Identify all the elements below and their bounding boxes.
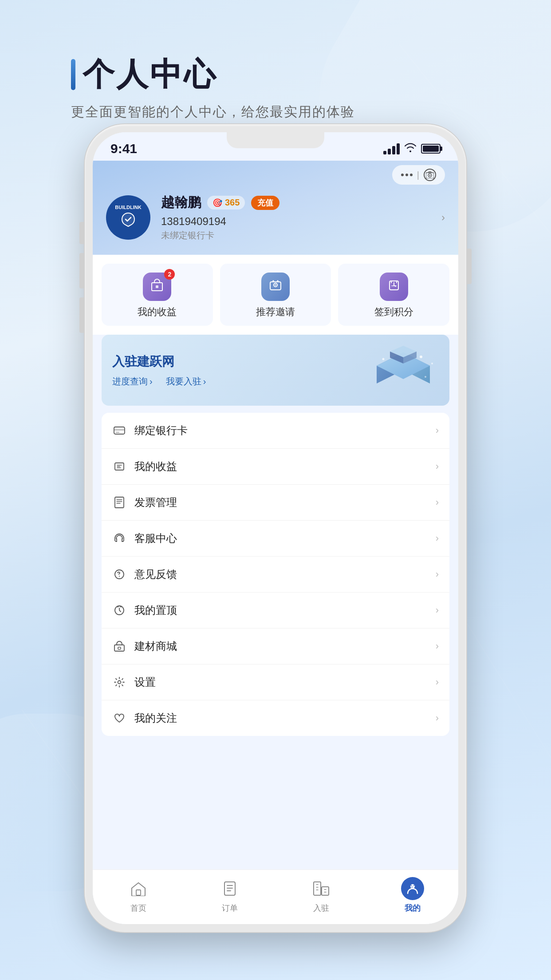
bind-card-label: 绑定银行卡 [134, 423, 428, 438]
title-accent-bar [71, 59, 75, 90]
header-action-btn[interactable]: | [392, 165, 445, 185]
svg-point-34 [118, 681, 121, 684]
nav-home-label: 首页 [130, 903, 146, 913]
nav-enter-label: 入驻 [313, 903, 329, 913]
svg-point-12 [275, 284, 276, 285]
menu-item-settings[interactable]: 设置 › [102, 664, 449, 700]
earnings-arrow: › [436, 461, 439, 472]
silent-button [79, 222, 85, 244]
user-name-row: 越翰鹏 🎯 365 充值 [161, 194, 431, 212]
camera-icon [424, 169, 436, 181]
banner-link-enter[interactable]: 我要入驻 › [166, 375, 206, 387]
nav-item-enter[interactable]: 入驻 [276, 877, 367, 913]
banner-links: 进度查询 › 我要入驻 › [112, 375, 206, 387]
banner-link-arrow2: › [203, 376, 206, 387]
user-bank-status: 未绑定银行卡 [161, 229, 431, 241]
nav-item-orders[interactable]: 订单 [184, 877, 276, 913]
user-info: BUILDLINK 越翰鹏 [106, 194, 445, 241]
customer-service-icon [112, 531, 126, 545]
status-time: 9:41 [110, 141, 137, 156]
menu-item-my-earnings[interactable]: 我的收益 › [102, 449, 449, 485]
customer-service-label: 客服中心 [134, 531, 428, 545]
feedback-icon [112, 567, 126, 581]
checkin-icon-wrap [380, 273, 408, 301]
nav-mine-icon-active [401, 877, 424, 900]
menu-item-invoice[interactable]: 发票管理 › [102, 485, 449, 521]
follow-label: 我的关注 [134, 711, 428, 725]
quick-action-earnings[interactable]: 2 我的收益 [102, 264, 213, 326]
svg-rect-9 [156, 285, 158, 288]
scroll-content: 2 我的收益 [93, 255, 458, 869]
points-badge: 🎯 365 [207, 196, 245, 209]
feedback-label: 意见反馈 [134, 567, 428, 581]
earnings-icon [150, 278, 164, 296]
nav-item-home[interactable]: 首页 [93, 877, 184, 913]
banner-link-arrow1: › [150, 376, 153, 387]
svg-rect-37 [314, 882, 321, 895]
signal-bar-1 [383, 151, 386, 154]
svg-point-21 [420, 356, 422, 358]
settings-arrow: › [436, 676, 439, 688]
nav-orders-icon [218, 877, 241, 900]
status-icons [383, 142, 441, 155]
menu-item-bind-card[interactable]: 绑定银行卡 › [102, 413, 449, 449]
menu-item-mall[interactable]: 建材商城 › [102, 628, 449, 664]
checkin-icon [387, 278, 401, 296]
banner-graphic [368, 344, 439, 397]
avatar-brand-text: BUILDLINK [113, 205, 143, 210]
menu-item-feedback[interactable]: 意见反馈 › [102, 557, 449, 593]
nav-orders-label: 订单 [222, 903, 238, 913]
menu-item-customer-service[interactable]: 客服中心 › [102, 521, 449, 557]
menu-item-top-pinned[interactable]: 我的置顶 › [102, 593, 449, 628]
signal-bar-4 [397, 143, 400, 154]
svg-rect-35 [136, 890, 141, 895]
user-phone: 13819409194 [161, 215, 431, 228]
page-subtitle: 更全面更智能的个人中心，给您最实用的体验 [71, 103, 355, 121]
top-pinned-icon [112, 603, 126, 617]
mall-arrow: › [436, 640, 439, 652]
points-icon: 🎯 [213, 198, 222, 208]
earnings-label: 我的收益 [138, 305, 177, 319]
volume-down-button [79, 297, 85, 333]
avatar-logo-icon [118, 211, 139, 230]
wifi-icon [404, 142, 417, 155]
header-actions: | [106, 165, 445, 185]
recharge-button[interactable]: 充值 [251, 196, 279, 210]
user-avatar[interactable]: BUILDLINK [106, 195, 150, 240]
bind-card-arrow: › [436, 425, 439, 436]
menu-item-follow[interactable]: 我的关注 › [102, 700, 449, 736]
page-title-bar: 个人中心 [71, 53, 355, 96]
battery-icon [421, 144, 441, 154]
divider: | [417, 170, 419, 180]
banner-link-progress[interactable]: 进度查询 › [112, 375, 153, 387]
svg-point-22 [431, 363, 433, 364]
bottom-nav: 首页 订单 [93, 869, 458, 924]
quick-action-invite[interactable]: 推荐邀请 [220, 264, 331, 326]
svg-rect-33 [118, 647, 121, 649]
user-name: 越翰鹏 [161, 194, 201, 212]
user-details: 越翰鹏 🎯 365 充值 13819409194 未绑定银行卡 [161, 194, 431, 241]
quick-action-checkin[interactable]: 签到积分 [338, 264, 449, 326]
points-number: 365 [225, 198, 240, 208]
mall-icon [112, 639, 126, 653]
nav-home-icon [127, 877, 150, 900]
svg-rect-27 [116, 432, 119, 433]
svg-rect-32 [114, 645, 124, 651]
signal-bar-2 [388, 149, 391, 154]
svg-point-23 [382, 358, 385, 360]
invoice-arrow: › [436, 497, 439, 508]
my-earnings-label: 我的收益 [134, 459, 428, 474]
page-header: 个人中心 更全面更智能的个人中心，给您最实用的体验 [71, 53, 355, 121]
app-header: | [93, 161, 458, 255]
notch [227, 132, 324, 148]
earnings-menu-icon [112, 459, 126, 474]
top-pinned-label: 我的置顶 [134, 603, 428, 617]
svg-rect-36 [224, 882, 235, 895]
feedback-arrow: › [436, 569, 439, 580]
signal-icon [383, 143, 400, 154]
screen-content: 9:41 [93, 132, 458, 924]
nav-item-mine[interactable]: 我的 [367, 877, 458, 913]
volume-up-button [79, 253, 85, 288]
top-pinned-arrow: › [436, 605, 439, 616]
nav-enter-icon [310, 877, 333, 900]
